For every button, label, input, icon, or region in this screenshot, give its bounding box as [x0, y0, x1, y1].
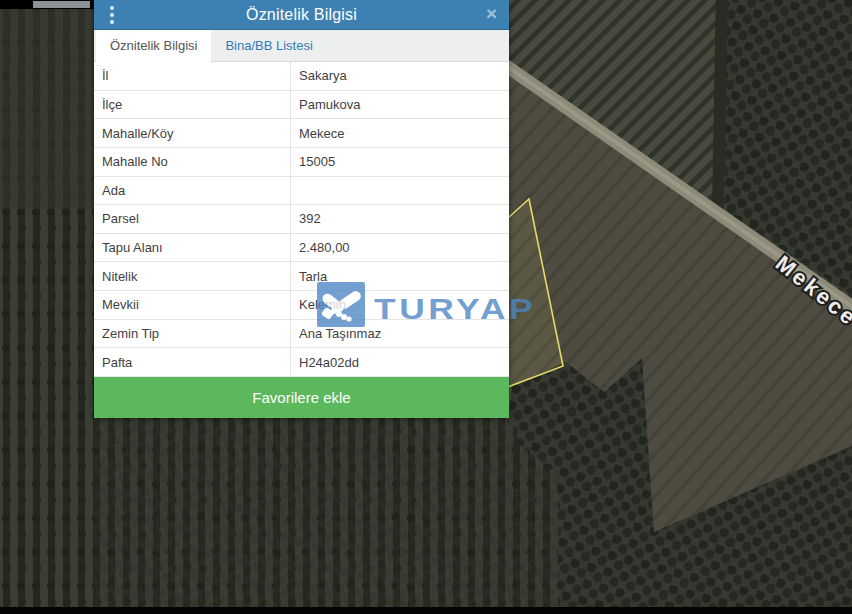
map-left-shade	[0, 9, 94, 209]
attribute-value: Tarla	[290, 262, 509, 290]
attribute-label: Zemin Tip	[94, 320, 290, 348]
add-to-favorites-button[interactable]: Favorilere ekle	[94, 377, 509, 418]
attribute-label: İlçe	[94, 91, 290, 119]
table-row[interactable]: Parsel 392	[94, 205, 509, 234]
table-row[interactable]: Mahalle No 15005	[94, 148, 509, 177]
attribute-value: H24a02dd	[290, 348, 509, 376]
attribute-table: İl Sakarya İlçe Pamukova Mahalle/Köy Mek…	[94, 62, 509, 377]
table-row[interactable]: Nitelik Tarla	[94, 262, 509, 291]
attribute-label: Mevkii	[94, 291, 290, 319]
close-icon[interactable]: ×	[486, 0, 497, 30]
attribute-value	[290, 177, 509, 205]
table-row[interactable]: İl Sakarya	[94, 62, 509, 91]
tab-oznitelik-bilgisi[interactable]: Öznitelik Bilgisi	[96, 30, 211, 62]
attribute-label: Nitelik	[94, 262, 290, 290]
attribute-label: Ada	[94, 177, 290, 205]
attribute-popup: Öznitelik Bilgisi × Öznitelik Bilgisi Bi…	[94, 0, 509, 418]
tab-bina-bb-listesi[interactable]: Bina/BB Listesi	[211, 30, 326, 61]
table-row[interactable]: Pafta H24a02dd	[94, 348, 509, 377]
table-row[interactable]: İlçe Pamukova	[94, 91, 509, 120]
attribute-value: 392	[290, 205, 509, 233]
attribute-value: Mekece	[290, 119, 509, 147]
popup-title: Öznitelik Bilgisi	[94, 0, 509, 30]
attribute-label: İl	[94, 62, 290, 90]
popup-header: Öznitelik Bilgisi ×	[94, 0, 509, 30]
attribute-label: Parsel	[94, 205, 290, 233]
attribute-value: Sakarya	[290, 62, 509, 90]
table-row[interactable]: Tapu Alanı 2.480,00	[94, 234, 509, 263]
table-row[interactable]: Mahalle/Köy Mekece	[94, 119, 509, 148]
map-viewport[interactable]: Mekece Öznitelik Bilgisi × Öznitelik Bil…	[0, 0, 852, 614]
table-row[interactable]: Ada	[94, 177, 509, 206]
attribute-label: Pafta	[94, 348, 290, 376]
attribute-value: Pamukova	[290, 91, 509, 119]
top-edge-bar	[0, 0, 94, 9]
table-row[interactable]: Mevkii Kelemin	[94, 291, 509, 320]
table-row[interactable]: Zemin Tip Ana Taşınmaz	[94, 320, 509, 349]
attribute-label: Mahalle/Köy	[94, 119, 290, 147]
attribute-value: 15005	[290, 148, 509, 176]
attribute-label: Tapu Alanı	[94, 234, 290, 262]
attribute-value: Kelemin	[290, 291, 509, 319]
attribute-value: 2.480,00	[290, 234, 509, 262]
tab-bar: Öznitelik Bilgisi Bina/BB Listesi	[94, 30, 509, 62]
attribute-label: Mahalle No	[94, 148, 290, 176]
top-edge-segment	[33, 1, 90, 8]
bottom-edge-bar	[0, 607, 852, 614]
attribute-value: Ana Taşınmaz	[290, 320, 509, 348]
